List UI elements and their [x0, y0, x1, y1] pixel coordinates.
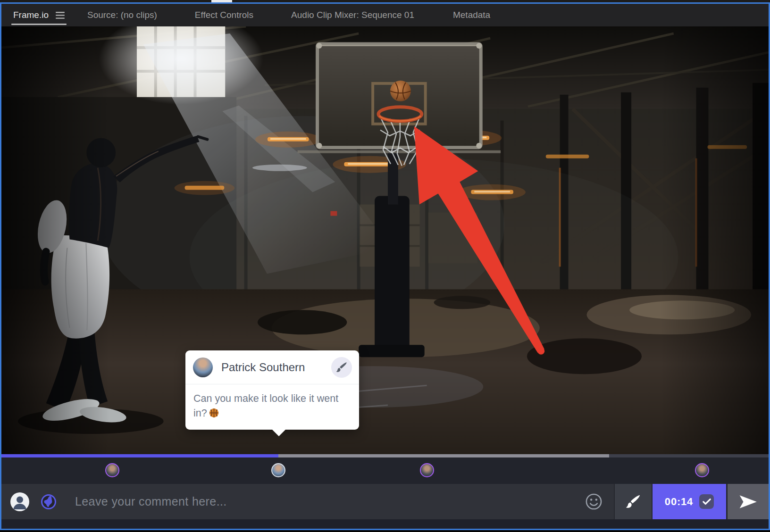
comment-popup: Patrick Southern Can you make it look li…: [185, 350, 359, 430]
comment-input-bar: 00:14: [1, 484, 769, 519]
panel-tab-bar: Frame.io Source: (no clips) Effect Contr…: [1, 4, 769, 26]
timestamp-label: 00:14: [665, 496, 693, 508]
check-icon: [703, 498, 711, 505]
annotation-tool-button[interactable]: [331, 357, 352, 378]
tab-metadata[interactable]: Metadata: [453, 4, 490, 26]
background-tab-fragment: [211, 0, 232, 2]
progress-played: [1, 454, 278, 457]
panel-bottom-strip: [1, 519, 769, 529]
tab-frameio-label: Frame.io: [13, 10, 49, 20]
current-user-avatar[interactable]: [10, 492, 29, 511]
comment-marker[interactable]: [420, 463, 434, 477]
visibility-globe-icon[interactable]: [40, 493, 57, 510]
outer-app-strip: [0, 0, 770, 2]
author-name: Patrick Southern: [221, 361, 331, 374]
paintbrush-icon: [335, 361, 348, 374]
comment-text: Can you make it look like it went in?: [185, 384, 359, 430]
tab-frameio[interactable]: Frame.io: [13, 4, 65, 26]
tab-audio-clip-mixer[interactable]: Audio Clip Mixer: Sequence 01: [291, 4, 414, 26]
comment-marker[interactable]: [695, 463, 709, 477]
comment-marker-active[interactable]: [271, 463, 285, 477]
smiley-icon: [585, 492, 603, 511]
comment-bar-actions: 00:14: [573, 484, 769, 519]
draw-annotation-button[interactable]: [614, 484, 653, 519]
timestamp-toggle-button[interactable]: 00:14: [653, 484, 726, 519]
comment-marker-strip: [1, 457, 769, 484]
comment-marker[interactable]: [105, 463, 119, 477]
frameio-panel: Frame.io Source: (no clips) Effect Contr…: [0, 2, 770, 530]
timestamp-checkbox[interactable]: [699, 494, 714, 509]
comment-popup-tail: [272, 430, 285, 436]
author-avatar: [193, 357, 213, 377]
comment-popup-header: Patrick Southern: [185, 350, 359, 384]
video-viewer[interactable]: [1, 26, 769, 454]
video-frame: [1, 26, 769, 454]
panel-menu-icon[interactable]: [56, 12, 65, 19]
tab-effect-controls[interactable]: Effect Controls: [195, 4, 253, 26]
emoji-button[interactable]: [573, 484, 614, 519]
paintbrush-icon: [625, 494, 641, 510]
comment-input[interactable]: [74, 494, 573, 509]
tab-source[interactable]: Source: (no clips): [87, 4, 157, 26]
send-icon: [738, 494, 758, 510]
send-comment-button[interactable]: [726, 484, 769, 519]
playback-progress-bar[interactable]: [1, 454, 769, 457]
basketball-emoji-icon: [209, 407, 219, 417]
